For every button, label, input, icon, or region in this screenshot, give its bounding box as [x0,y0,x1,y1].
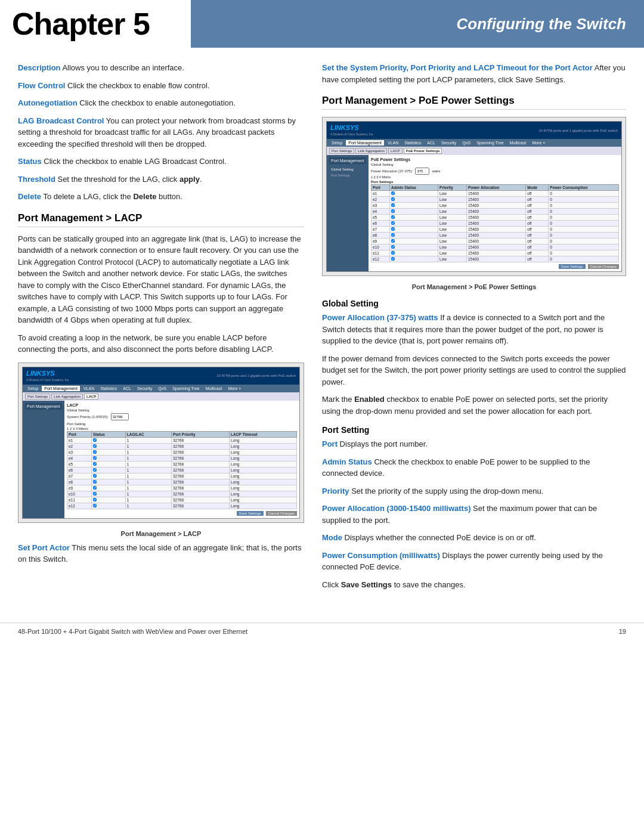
poe-subtab-link-agg[interactable]: Link Aggregation [355,148,387,154]
linksys-poe-nav: Setup Port Management VLAN Statistics AC… [327,139,621,147]
lacp-body2: To avoid creating a loop in the network,… [18,332,304,355]
right-column: Set the System Priority, Port Priority a… [322,62,626,596]
lacp-save-button[interactable]: Save Settings [237,511,264,516]
linksys-poe-header: LINKSYS A Division of Cisco Systems, Inc… [327,122,621,139]
poe-cancel-button[interactable]: Cancel Changes [588,264,619,269]
poe-col-mode: Mode [526,185,549,191]
status-checkbox[interactable] [93,462,97,466]
mode-term: Mode [322,533,342,542]
subtab-link-agg[interactable]: Link Aggregation [51,394,83,400]
description-para: Description Allows you to describe an in… [18,62,304,74]
poe-sidebar-global: Global Setting [329,166,366,172]
poe-nav-multicast[interactable]: Multicast [507,140,529,145]
poe-sidebar-item-port-mgmt[interactable]: Port Management [329,157,366,164]
poe-port-setting-label: Port Settings [371,180,619,184]
table-row: e11132768Long [67,497,297,503]
admin-checkbox[interactable] [391,257,395,261]
subtab-port-settings[interactable]: Port Settings [25,394,50,400]
admin-checkbox[interactable] [391,227,395,231]
page-footer: 48-Port 10/100 + 4-Port Gigabit Switch w… [0,623,644,640]
admin-checkbox[interactable] [391,251,395,255]
autoneg-term: Autonegotiation [18,98,78,107]
poe-nav-security[interactable]: Security [439,140,459,145]
poe-alloc-unit: watts [432,169,440,173]
poe-sidebar-port-settings[interactable]: Port Settings [329,172,366,178]
poe-nav-more[interactable]: More » [530,140,547,145]
nav-setup[interactable]: Setup [25,386,41,391]
status-checkbox[interactable] [93,474,97,478]
save-settings-bold: Save Settings [341,580,392,589]
table-row: e4132768Long [67,455,297,461]
status-checkbox[interactable] [93,492,97,496]
nav-port-mgmt[interactable]: Port Management [42,386,80,391]
poe-nav-port-mgmt[interactable]: Port Management [346,140,384,145]
nav-more[interactable]: More » [225,386,243,391]
nav-statistics[interactable]: Statistics [98,386,119,391]
table-row: e1132768Long [67,437,297,443]
status-checkbox[interactable] [93,438,97,442]
linksys-lacp-body: Port Management LACP Global Setting Syst… [23,401,299,518]
poe-nav-acl[interactable]: ACL [425,140,438,145]
status-checkbox[interactable] [93,480,97,484]
nav-acl[interactable]: ACL [120,386,134,391]
admin-checkbox[interactable] [391,233,395,237]
table-row: e8132768Long [67,479,297,485]
priority-text: Set the priority of the supply using the… [349,487,544,496]
status-checkbox[interactable] [93,450,97,454]
admin-checkbox[interactable] [391,239,395,243]
poe-nav-qos[interactable]: QoS [460,140,473,145]
poe-nav-vlan[interactable]: VLAN [385,140,401,145]
admin-checkbox[interactable] [391,221,395,225]
poe-subtab-lacp[interactable]: LACP [388,148,402,154]
system-priority-input[interactable] [111,413,129,420]
autoneg-text: Click the checkbox to enable autonegotia… [78,98,236,107]
nav-vlan[interactable]: VLAN [81,386,97,391]
system-priority-label: System Priority (1-65535): [67,415,109,419]
description-term: Description [18,63,61,72]
lacp-col-status: Status [92,431,126,437]
status-term: Status [18,157,42,166]
nav-spanning[interactable]: Spanning Tree [170,386,202,391]
admin-checkbox[interactable] [391,197,395,201]
admin-checkbox[interactable] [391,191,395,195]
nav-multicast[interactable]: Multicast [203,386,225,391]
poe-col-consumption: Power Consumption [549,185,619,191]
nav-security[interactable]: Security [135,386,154,391]
admin-checkbox[interactable] [391,215,395,219]
port-text: Displays the port number. [338,439,428,448]
poe-nav-statistics[interactable]: Statistics [402,140,423,145]
poe-alloc-input[interactable] [415,168,429,175]
description-text: Allows you to describe an interface. [61,63,184,72]
poe-section-heading: Port Management > PoE Power Settings [322,95,626,110]
lacp-cancel-button[interactable]: Cancel Changes [266,511,297,516]
power-demand-para: If the power demand from devices connect… [322,353,626,388]
admin-status-para: Admin Status Check the checkbox to enabl… [322,456,626,479]
poe-subtab-port-settings[interactable]: Port Settings [329,148,354,154]
admin-checkbox[interactable] [391,209,395,213]
subtab-lacp[interactable]: LACP [84,394,98,400]
status-checkbox[interactable] [93,468,97,472]
lacp-screenshot-caption: Port Management > LACP [18,530,304,537]
status-checkbox[interactable] [93,504,97,507]
admin-checkbox[interactable] [391,203,395,207]
poe-nav-spanning[interactable]: Spanning Tree [474,140,506,145]
poe-range-info: 1.2.3.4 Mbit/s: [371,175,619,179]
status-checkbox[interactable] [93,498,97,501]
table-row: e12Low15400off0 [371,256,619,262]
lacp-section-label: LACP [67,403,297,407]
table-row: e10Low15400off0 [371,244,619,250]
status-checkbox[interactable] [93,444,97,448]
status-checkbox[interactable] [93,486,97,490]
admin-checkbox[interactable] [391,245,395,249]
admin-status-term: Admin Status [322,457,372,466]
poe-nav-setup[interactable]: Setup [329,140,345,145]
poe-col-admin: Admin Status [390,185,438,191]
lacp-global-label: Global Setting [67,408,297,412]
poe-save-button[interactable]: Save Settings [559,264,586,269]
set-priority-intro: Set the System Priority, Port Priority a… [322,62,626,85]
status-checkbox[interactable] [93,456,97,460]
threshold-term: Threshold [18,175,55,184]
nav-qos[interactable]: QoS [156,386,169,391]
poe-subtab-poe[interactable]: PoE Power Settings [404,148,442,154]
sidebar-item-port-mgmt[interactable]: Port Management [25,403,62,410]
